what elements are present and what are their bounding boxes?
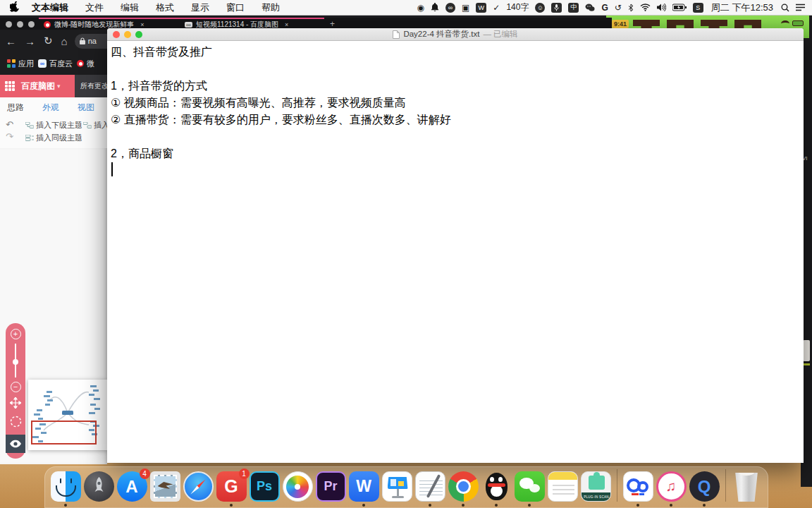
menu-view[interactable]: 显示 [191, 1, 209, 14]
dock-chrome[interactable] [448, 471, 479, 502]
bluetooth-icon[interactable] [628, 4, 634, 12]
text-line: 四、抖音带货及推广 [111, 44, 796, 61]
time-machine-icon[interactable]: ↺ [615, 3, 622, 13]
dock-photos[interactable] [283, 471, 313, 502]
bookmark-weibo[interactable]: 微 [77, 59, 94, 69]
browser-close-button[interactable] [6, 21, 12, 28]
dock-separator [617, 469, 617, 502]
zoom-in-button[interactable]: + [11, 329, 21, 339]
menu-textedit[interactable]: 文本编辑 [32, 1, 68, 14]
text-editor-area[interactable]: 四、抖音带货及推广 1，抖音带货的方式 ① 视频商品：需要视频有高曝光、高推荐，… [107, 41, 804, 162]
dock-g-app[interactable]: 1G [216, 471, 247, 502]
textedit-window: Day22-4 抖音带货.txt — 已编辑 四、抖音带货及推广 1，抖音带货的… [107, 28, 804, 463]
notification-badge: 4 [140, 468, 150, 479]
dock-qq[interactable] [481, 471, 512, 502]
naotu-brand[interactable]: 百度脑图 [21, 80, 55, 92]
naotu-grid-icon[interactable] [5, 81, 15, 91]
menu-clock[interactable]: 周二 下午12:53 [711, 1, 773, 14]
wps-status-icon[interactable]: W [476, 3, 486, 13]
spotlight-search-icon[interactable] [781, 4, 789, 12]
mic-status-icon[interactable] [551, 3, 562, 13]
wechat-status-icon[interactable] [585, 4, 595, 12]
dock-launchpad[interactable] [84, 471, 114, 502]
browser-zoom-button[interactable] [28, 21, 35, 28]
dock-quicktime[interactable]: Q [689, 471, 720, 502]
running-indicator [703, 504, 706, 507]
minimize-button[interactable] [124, 31, 131, 38]
menu-edit[interactable]: 编辑 [121, 1, 139, 14]
battery-icon[interactable] [672, 4, 687, 11]
pan-tool-button[interactable] [10, 397, 21, 411]
dock-plugin-scan[interactable]: PLUG-IN SCAN [581, 471, 611, 502]
close-button[interactable] [113, 31, 120, 38]
notification-center-icon[interactable] [796, 4, 805, 11]
tab-appearance[interactable]: 外观 [42, 102, 59, 114]
button-label: 插入同级主题 [36, 133, 82, 143]
dock-wps[interactable]: W [349, 471, 379, 502]
running-indicator [636, 504, 639, 507]
forward-button[interactable]: → [25, 35, 35, 47]
zoom-slider-knob[interactable] [13, 359, 18, 365]
menu-help[interactable]: 帮助 [262, 1, 280, 14]
bookmark-apps[interactable]: 应用 [7, 59, 34, 69]
zoom-button[interactable] [135, 31, 142, 38]
reload-button[interactable]: ↻ [44, 35, 53, 47]
screen-record-icon[interactable]: ◉ [417, 3, 424, 13]
dock-keynote[interactable] [382, 471, 412, 502]
dock-photoshop[interactable]: Ps [250, 471, 280, 502]
dock-wechat[interactable] [515, 471, 545, 502]
menu-window[interactable]: 窗口 [226, 1, 245, 14]
textedit-title-bar[interactable]: Day22-4 抖音带货.txt — 已编辑 [107, 28, 804, 41]
dock-premiere[interactable]: Pr [316, 471, 346, 502]
back-button[interactable]: ← [6, 35, 16, 47]
app-menus: 文本编辑 文件 编辑 格式 显示 窗口 帮助 [32, 1, 280, 14]
new-tab-button[interactable]: + [330, 19, 335, 29]
dock-trash[interactable] [732, 471, 762, 502]
address-bar[interactable]: na [75, 34, 107, 49]
zoom-slider[interactable] [15, 344, 16, 377]
dock-app-store[interactable]: 4A [117, 471, 147, 502]
menu-file[interactable]: 文件 [85, 1, 104, 14]
dock-finder[interactable] [51, 471, 81, 502]
tab-close-icon[interactable]: × [285, 21, 288, 28]
word-count[interactable]: 140字 [506, 1, 529, 13]
dock-textedit[interactable] [415, 471, 445, 502]
undo-icon[interactable]: ↶ [6, 119, 13, 130]
bell-icon[interactable] [431, 3, 439, 12]
running-indicator [495, 504, 498, 507]
menu-format[interactable]: 格式 [156, 1, 174, 14]
text-line [111, 61, 796, 78]
dock-itunes[interactable]: ♫ [656, 471, 687, 502]
zoom-out-button[interactable]: − [11, 382, 21, 392]
notification-badge: 1 [239, 468, 250, 479]
tab-idea[interactable]: 思路 [7, 102, 24, 114]
emoji-status-icon[interactable]: ☺ [535, 3, 545, 13]
naotu-save-status: 所有更改 [75, 75, 107, 97]
home-button[interactable]: ⌂ [61, 35, 68, 47]
tab-view[interactable]: 视图 [78, 102, 94, 114]
redo-icon[interactable]: ↷ [6, 131, 13, 142]
wifi-icon[interactable] [640, 4, 651, 11]
capture-box-icon[interactable]: ▣ [462, 3, 469, 13]
browser-minimize-button[interactable] [17, 21, 23, 28]
running-indicator [362, 504, 365, 507]
dock-notes[interactable] [548, 471, 578, 502]
minimap-toggle-button[interactable] [6, 435, 25, 453]
tab-close-icon[interactable]: × [140, 21, 144, 28]
dock-mail[interactable] [150, 471, 180, 502]
dock-safari[interactable] [183, 471, 214, 502]
insert-sibling-topic-button[interactable]: 插入同级主题 [25, 133, 82, 143]
wps-letter: W [356, 477, 371, 496]
volume-icon[interactable] [657, 4, 666, 11]
g-status-icon[interactable]: G [601, 3, 608, 13]
adobe-cc-icon[interactable]: ∞ [445, 3, 455, 13]
minimap-viewport[interactable] [31, 421, 97, 445]
apple-menu-icon[interactable] [10, 1, 19, 14]
dock-baidu-netdisk[interactable] [623, 471, 653, 502]
insert-child-topic-button[interactable]: 插入下级主题 [25, 120, 82, 131]
sogou-icon[interactable]: S [693, 3, 703, 13]
bookmark-baidu-cloud[interactable]: ∞ 百度云 [38, 59, 73, 69]
minimap-panel[interactable] [28, 380, 107, 450]
input-method-icon[interactable]: 中 [568, 3, 579, 13]
locate-center-button[interactable] [10, 416, 22, 430]
